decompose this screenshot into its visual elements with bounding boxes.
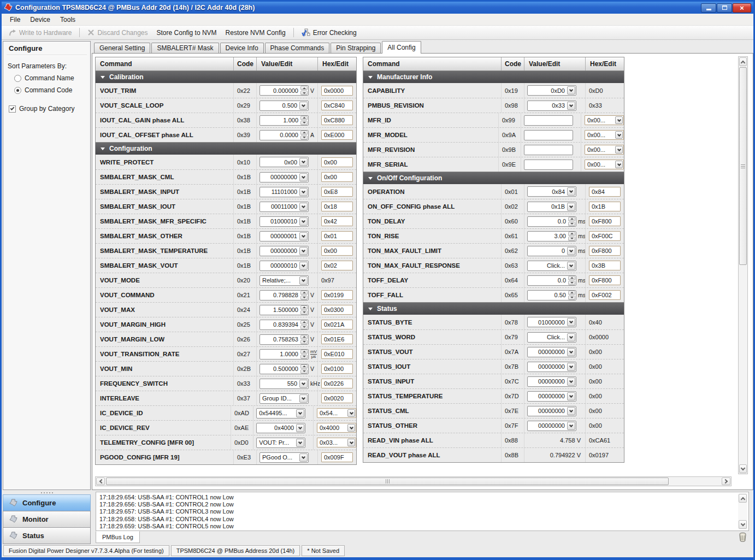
spin-up-icon[interactable]	[300, 86, 308, 90]
value-dropdown[interactable]: 00000000	[259, 246, 309, 256]
chevron-down-icon[interactable]	[296, 439, 304, 447]
value-dropdown[interactable]: 00000000	[527, 391, 576, 402]
spin-down-icon[interactable]	[300, 340, 308, 344]
value-spinner[interactable]: 0.758263	[259, 334, 309, 345]
section-header[interactable]: Configuration	[96, 142, 356, 155]
spin-up-icon[interactable]	[568, 232, 575, 236]
hex-input[interactable]: 0xF800	[589, 275, 621, 285]
chevron-down-icon[interactable]	[299, 380, 308, 388]
hex-input[interactable]: 0xE000	[321, 130, 353, 140]
hex-input[interactable]: 0xE8	[321, 187, 353, 197]
chevron-down-icon[interactable]	[299, 232, 308, 240]
hex-input[interactable]: 0x42	[321, 216, 353, 226]
value-spinner[interactable]: 0.500000	[259, 364, 309, 374]
chevron-down-icon[interactable]	[299, 102, 308, 110]
tab-device-info[interactable]: Device Info	[220, 43, 264, 53]
horizontal-scrollbar[interactable]	[95, 476, 732, 486]
value-dropdown[interactable]: 00000000	[527, 421, 576, 431]
hex-input[interactable]: 0x021A	[321, 320, 353, 329]
hex-dropdown[interactable]: 0x00...	[585, 145, 624, 155]
menu-file[interactable]: File	[5, 14, 25, 26]
menu-device[interactable]: Device	[25, 14, 55, 26]
spin-up-icon[interactable]	[300, 305, 308, 310]
chevron-down-icon[interactable]	[299, 158, 308, 166]
value-dropdown[interactable]: 00000010	[259, 261, 309, 271]
hex-input[interactable]: 0x00	[321, 172, 353, 182]
spinner-buttons[interactable]	[568, 276, 575, 285]
chevron-down-icon[interactable]	[567, 318, 575, 326]
spinner-buttons[interactable]	[300, 86, 308, 95]
value-input[interactable]	[524, 130, 573, 140]
hex-dropdown[interactable]: 0x00...	[585, 130, 624, 140]
section-header[interactable]: Manufacturer Info	[363, 70, 624, 83]
chevron-down-icon[interactable]	[567, 203, 575, 211]
spinner-buttons[interactable]	[300, 364, 308, 374]
hex-input[interactable]: 0xC840	[321, 101, 353, 110]
chevron-down-icon[interactable]	[567, 392, 575, 400]
value-dropdown[interactable]: 00000000	[259, 172, 309, 182]
spin-up-icon[interactable]	[300, 320, 308, 325]
spin-up-icon[interactable]	[300, 364, 308, 369]
value-dropdown[interactable]: Relative;...	[259, 275, 309, 286]
spin-down-icon[interactable]	[300, 296, 308, 300]
hex-input[interactable]: 0x00	[321, 246, 353, 256]
spin-down-icon[interactable]	[300, 135, 308, 140]
hex-dropdown[interactable]: 0x00...	[585, 160, 624, 169]
store-config-to-nvm-button[interactable]: Store Config to NVM	[153, 27, 221, 38]
hex-input[interactable]: 0x1B	[589, 202, 621, 211]
tab-phase-commands[interactable]: Phase Commands	[265, 43, 330, 53]
trash-icon[interactable]	[738, 532, 747, 542]
spin-down-icon[interactable]	[568, 237, 575, 241]
chevron-down-icon[interactable]	[347, 409, 355, 417]
chevron-down-icon[interactable]	[299, 262, 308, 270]
spinner-buttons[interactable]	[568, 217, 575, 226]
section-header[interactable]: Calibration	[96, 70, 356, 83]
chevron-down-icon[interactable]	[299, 188, 308, 196]
chevron-down-icon[interactable]	[299, 173, 308, 181]
value-dropdown[interactable]: 01000000	[527, 317, 576, 327]
spinner-buttons[interactable]	[300, 131, 308, 140]
tab-general-setting[interactable]: General Setting	[94, 43, 150, 53]
hex-input[interactable]: 0x0300	[321, 305, 353, 315]
value-dropdown[interactable]: 0x54495...	[256, 408, 305, 418]
value-dropdown[interactable]: 0x00	[259, 157, 309, 167]
hex-input[interactable]: 0x01E6	[321, 334, 353, 344]
hex-input[interactable]: 0x0226	[321, 379, 353, 388]
write-to-hardware-button[interactable]: Write to Hardware	[5, 27, 75, 38]
spinner-buttons[interactable]	[300, 116, 308, 125]
hex-dropdown[interactable]: 0x4000	[317, 423, 356, 433]
value-dropdown[interactable]: 0x1B	[527, 202, 576, 212]
chevron-down-icon[interactable]	[567, 102, 575, 110]
hex-dropdown[interactable]: 0x00...	[585, 115, 624, 125]
hex-input[interactable]: 0x02	[321, 261, 353, 270]
section-header[interactable]: On/Off Configuration	[363, 172, 624, 184]
value-dropdown[interactable]: Group ID...	[259, 393, 309, 404]
value-dropdown[interactable]: 0xD0	[527, 85, 576, 96]
value-spinner[interactable]: 0.798828	[259, 290, 309, 300]
spin-up-icon[interactable]	[568, 276, 575, 280]
hex-input[interactable]: 0xE010	[321, 349, 353, 359]
value-dropdown[interactable]: PGood O...	[259, 452, 309, 463]
tab-pmbus-log[interactable]: PMBus Log	[96, 531, 140, 543]
chevron-down-icon[interactable]	[299, 217, 308, 226]
chevron-down-icon[interactable]	[615, 161, 623, 168]
value-dropdown[interactable]: 0x4000	[256, 423, 305, 433]
hex-dropdown[interactable]: 0x54...	[317, 408, 356, 418]
value-spinner[interactable]: 0.000000	[259, 85, 309, 96]
value-dropdown[interactable]: 00000000	[527, 376, 576, 387]
value-dropdown[interactable]: 00000000	[527, 362, 576, 372]
scroll-up-icon[interactable]	[739, 494, 747, 503]
chevron-down-icon[interactable]	[347, 439, 355, 446]
hex-input[interactable]: 0xF800	[589, 246, 621, 256]
tab-smbalert-mask[interactable]: SMBALERT# Mask	[151, 43, 219, 53]
chevron-down-icon[interactable]	[567, 422, 575, 430]
value-dropdown[interactable]: 0x33	[527, 101, 576, 111]
group-by-category-checkbox[interactable]: Group by Category	[9, 105, 86, 113]
nav-monitor-button[interactable]: Monitor	[3, 511, 91, 528]
title-bar[interactable]: Configuration TPSM8D6C24 @ PMBus Addr 20…	[2, 2, 753, 14]
value-spinner[interactable]: 1.0000	[259, 349, 309, 359]
hex-dropdown[interactable]: 0x03...	[317, 438, 356, 447]
chevron-down-icon[interactable]	[615, 131, 623, 139]
spin-up-icon[interactable]	[300, 350, 308, 354]
spinner-buttons[interactable]	[300, 320, 308, 329]
